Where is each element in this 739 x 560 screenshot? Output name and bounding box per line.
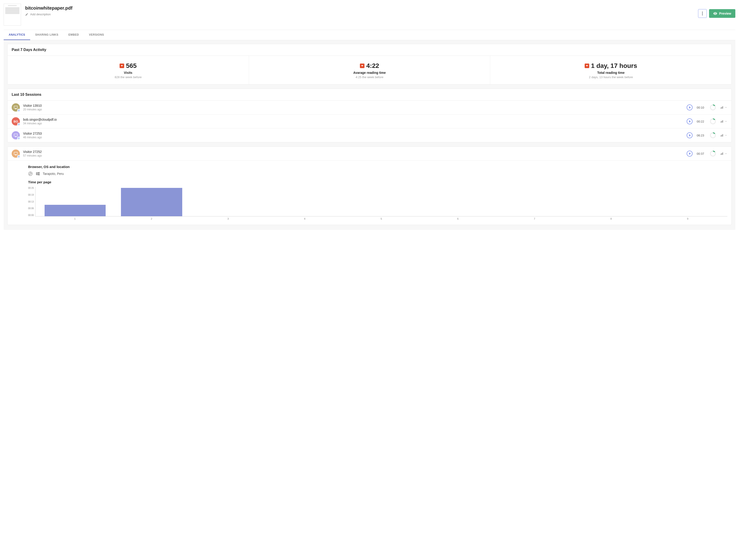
svg-rect-21: [722, 153, 722, 155]
expand-button[interactable]: [720, 152, 727, 155]
session-expanded-card: Visitor 27252 57 minutes ago 00:37 Brows…: [7, 147, 732, 225]
bar-slot: [113, 187, 190, 216]
session-avatar: [12, 103, 20, 112]
chevron-down-icon: [725, 106, 727, 109]
chrome-icon: [28, 171, 33, 176]
bar-slot: [267, 187, 343, 216]
activity-card: Past 7 Days Activity 565 Visits 828 the …: [7, 44, 732, 84]
chevron-down-icon: [725, 120, 727, 123]
svg-rect-12: [723, 120, 723, 123]
add-description-label: Add description: [30, 13, 51, 16]
document-thumbnail[interactable]: [4, 4, 21, 26]
document-header: bitcoinwhitepaper.pdf Add description Pr…: [4, 4, 735, 30]
bar-slot: [190, 187, 267, 216]
trend-down-icon: [585, 63, 589, 68]
desktop-icon: [14, 106, 18, 110]
tab-analytics[interactable]: ANALYTICS: [4, 30, 30, 40]
stat-sub: 828 the week before: [10, 75, 247, 79]
svg-point-4: [18, 110, 19, 111]
bar-slot: [420, 187, 496, 216]
browser-mini-icon: [17, 137, 20, 140]
session-row: Visitor 13910 20 minutes ago 00:10: [8, 101, 731, 115]
play-button[interactable]: [687, 132, 693, 138]
activity-title: Past 7 Days Activity: [8, 44, 731, 56]
bar-slot: [37, 187, 113, 216]
preview-label: Preview: [719, 12, 731, 15]
session-detail: Browser, OS and location Tarapoto, Peru …: [8, 165, 731, 225]
tab-embed[interactable]: EMBED: [63, 30, 84, 40]
x-tick: 7: [496, 217, 573, 220]
progress-icon: [710, 105, 716, 111]
svg-rect-7: [723, 106, 723, 109]
svg-point-2: [702, 14, 703, 15]
x-tick: 6: [420, 217, 496, 220]
windows-icon: [35, 171, 40, 176]
session-duration: 00:22: [697, 120, 706, 123]
chevron-down-icon: [725, 134, 727, 137]
expand-button[interactable]: [720, 134, 727, 137]
session-avatar: [12, 131, 20, 140]
more-menu-button[interactable]: [698, 9, 707, 18]
play-button[interactable]: [687, 105, 693, 111]
tab-sharing-links[interactable]: SHARING LINKS: [30, 30, 63, 40]
bars-icon: [720, 106, 724, 109]
expand-button[interactable]: [720, 120, 727, 123]
chart-bar: [44, 205, 106, 216]
expand-button[interactable]: [720, 106, 727, 109]
svg-rect-15: [721, 135, 721, 137]
svg-point-1: [702, 13, 703, 14]
chevron-down-icon: [725, 152, 727, 155]
add-description-button[interactable]: Add description: [25, 13, 694, 16]
stat-label: Total reading time: [492, 71, 729, 74]
svg-rect-10: [721, 121, 721, 123]
document-title: bitcoinwhitepaper.pdf: [25, 5, 694, 11]
stat-item: 565 Visits 828 the week before: [8, 56, 249, 84]
play-button[interactable]: [687, 119, 693, 124]
bar-slot: [343, 187, 420, 216]
session-row: BO bob.singor@cloudpdf.io 34 minutes ago…: [8, 115, 731, 129]
desktop-icon: [14, 133, 18, 137]
stat-label: Visits: [10, 71, 247, 74]
play-button[interactable]: [687, 151, 693, 157]
tab-versions[interactable]: VERSIONS: [84, 30, 109, 40]
progress-icon: [710, 119, 716, 124]
session-duration: 06:23: [697, 134, 706, 137]
stat-value: 4:22: [366, 62, 379, 69]
session-time: 20 minutes ago: [23, 108, 684, 111]
svg-rect-22: [723, 153, 723, 155]
y-tick: 00:00: [28, 214, 34, 216]
x-tick: 8: [573, 217, 649, 220]
x-tick: 1: [37, 217, 113, 220]
time-per-page-chart: 00:2600:1900:1300:0600:00 123456789: [28, 187, 727, 220]
eye-icon: [713, 11, 717, 16]
trend-down-icon: [360, 63, 364, 68]
svg-rect-16: [722, 135, 722, 137]
avatar-initials: BO: [13, 120, 18, 123]
stat-value: 565: [126, 62, 137, 69]
session-location: Tarapoto, Peru: [43, 172, 64, 176]
session-row: Visitor 27252 57 minutes ago 00:37: [8, 147, 731, 161]
trend-down-icon: [120, 63, 124, 68]
stat-item: 4:22 Avarage reading time 4:25 the week …: [249, 56, 490, 84]
y-tick: 00:06: [28, 207, 34, 210]
x-tick: 4: [266, 217, 343, 220]
stat-sub: 2 days, 13 hours the week before: [492, 75, 729, 79]
bol-title: Browser, OS and location: [28, 165, 727, 169]
session-time: 34 minutes ago: [23, 122, 684, 125]
session-time: 46 minutes ago: [23, 136, 684, 139]
bars-icon: [720, 152, 724, 155]
session-row: Visitor 27253 46 minutes ago 06:23: [8, 129, 731, 142]
y-tick: 00:19: [28, 194, 34, 196]
bars-icon: [720, 134, 724, 137]
session-time: 57 minutes ago: [23, 154, 684, 157]
chart-bar: [121, 188, 182, 216]
svg-rect-6: [722, 107, 722, 109]
session-avatar: BO: [12, 117, 20, 126]
y-tick: 00:26: [28, 187, 34, 189]
preview-button[interactable]: Preview: [709, 9, 735, 18]
stat-item: 1 day, 17 hours Total reading time 2 day…: [490, 56, 731, 84]
session-avatar: [12, 150, 20, 158]
stat-label: Avarage reading time: [251, 71, 488, 74]
sessions-title: Last 10 Sessions: [8, 89, 731, 101]
x-tick: 3: [190, 217, 266, 220]
